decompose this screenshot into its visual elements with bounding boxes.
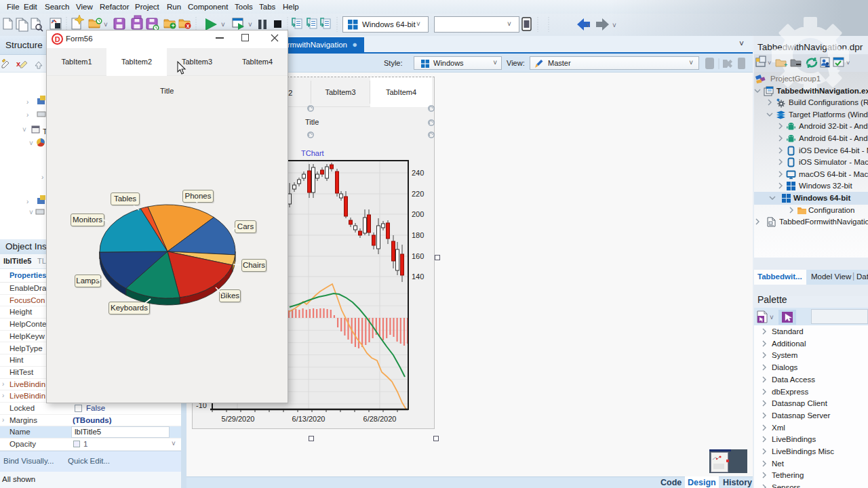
svg-text:D: D [55, 35, 60, 43]
